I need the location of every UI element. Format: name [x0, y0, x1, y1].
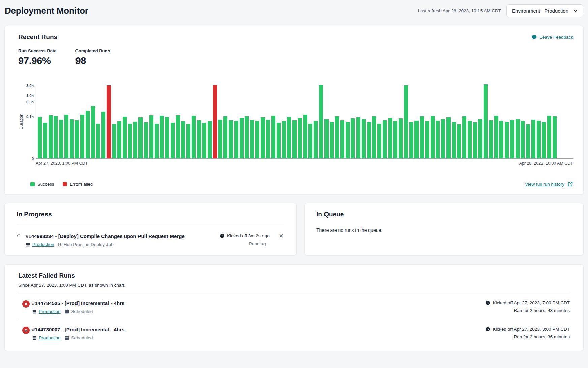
- run-bar-success[interactable]: [531, 120, 535, 158]
- run-bar-success[interactable]: [155, 124, 159, 158]
- run-bar-success[interactable]: [431, 116, 435, 158]
- run-bar-success[interactable]: [49, 115, 53, 158]
- run-bar-success[interactable]: [250, 120, 254, 158]
- run-bar-success[interactable]: [70, 119, 74, 158]
- run-bar-success[interactable]: [128, 124, 132, 158]
- run-bar-success[interactable]: [499, 121, 503, 158]
- run-bar-success[interactable]: [314, 121, 318, 158]
- run-bar-success[interactable]: [436, 121, 440, 158]
- run-bar-success[interactable]: [505, 122, 509, 158]
- run-bar-success[interactable]: [494, 116, 498, 158]
- run-bar-success[interactable]: [393, 121, 397, 158]
- run-bar-success[interactable]: [165, 117, 169, 158]
- run-bar-success[interactable]: [292, 120, 297, 158]
- run-bar-success[interactable]: [186, 124, 190, 158]
- run-bar-success[interactable]: [271, 116, 275, 158]
- run-bar-success[interactable]: [399, 118, 403, 158]
- run-bar-success[interactable]: [324, 119, 329, 158]
- run-bar-success[interactable]: [452, 122, 456, 158]
- run-bar-success[interactable]: [457, 124, 461, 158]
- run-bar-success[interactable]: [245, 116, 249, 158]
- run-bar-error[interactable]: [213, 85, 217, 158]
- run-bar-success[interactable]: [160, 116, 164, 158]
- environment-link[interactable]: Production: [32, 309, 61, 314]
- environment-dropdown[interactable]: Environment Production: [506, 4, 583, 17]
- run-bar-success[interactable]: [229, 120, 233, 158]
- run-bar-success[interactable]: [346, 122, 350, 158]
- run-bar-success[interactable]: [420, 116, 424, 158]
- run-bar-success[interactable]: [277, 123, 281, 158]
- run-bar-success[interactable]: [484, 84, 488, 158]
- run-bar-success[interactable]: [510, 120, 514, 158]
- run-bar-success[interactable]: [298, 118, 302, 158]
- run-bar-error[interactable]: [107, 85, 111, 158]
- run-bar-success[interactable]: [223, 116, 227, 158]
- close-icon[interactable]: ✕: [278, 233, 284, 239]
- run-bar-success[interactable]: [404, 85, 408, 158]
- run-bar-success[interactable]: [516, 119, 520, 158]
- run-bar-success[interactable]: [149, 115, 153, 158]
- run-bar-success[interactable]: [478, 119, 482, 158]
- run-bar-success[interactable]: [43, 123, 47, 158]
- run-bar-success[interactable]: [101, 112, 105, 158]
- run-bar-success[interactable]: [75, 120, 79, 158]
- run-bar-success[interactable]: [319, 85, 323, 158]
- run-bar-success[interactable]: [192, 116, 196, 158]
- run-bar-success[interactable]: [473, 122, 477, 158]
- run-bar-success[interactable]: [80, 115, 84, 158]
- run-bar-success[interactable]: [208, 121, 212, 158]
- run-bar-success[interactable]: [266, 120, 270, 158]
- run-bar-success[interactable]: [261, 117, 265, 158]
- run-bar-success[interactable]: [218, 120, 222, 158]
- run-bar-success[interactable]: [282, 121, 286, 158]
- run-bar-success[interactable]: [64, 115, 68, 158]
- run-bar-success[interactable]: [176, 115, 180, 158]
- run-bar-success[interactable]: [138, 117, 143, 158]
- run-bar-success[interactable]: [171, 123, 175, 158]
- run-bar-success[interactable]: [86, 111, 90, 158]
- view-full-run-history-link[interactable]: View full run history: [525, 181, 573, 187]
- run-bar-success[interactable]: [112, 124, 116, 158]
- run-bar-success[interactable]: [144, 122, 148, 158]
- run-bar-success[interactable]: [303, 115, 307, 158]
- run-bar-success[interactable]: [340, 120, 344, 158]
- run-bar-success[interactable]: [521, 121, 525, 158]
- run-bar-success[interactable]: [240, 118, 244, 158]
- run-bar-success[interactable]: [383, 120, 387, 158]
- run-bar-success[interactable]: [202, 123, 206, 158]
- run-bar-success[interactable]: [356, 117, 360, 158]
- run-bar-success[interactable]: [462, 116, 466, 158]
- run-bar-success[interactable]: [330, 122, 334, 158]
- environment-link[interactable]: Production: [32, 335, 61, 340]
- run-bar-success[interactable]: [181, 121, 185, 158]
- run-bar-success[interactable]: [91, 106, 95, 158]
- run-bar-success[interactable]: [197, 120, 201, 158]
- run-bar-success[interactable]: [367, 122, 371, 158]
- run-bar-success[interactable]: [441, 119, 445, 158]
- run-bar-success[interactable]: [446, 117, 451, 158]
- run-bar-success[interactable]: [287, 117, 291, 158]
- run-bar-success[interactable]: [54, 116, 58, 158]
- run-bar-success[interactable]: [388, 118, 392, 158]
- run-bar-success[interactable]: [123, 117, 127, 158]
- run-bar-success[interactable]: [335, 116, 339, 158]
- run-bar-success[interactable]: [425, 121, 429, 158]
- leave-feedback-link[interactable]: Leave Feedback: [531, 34, 573, 40]
- run-bar-success[interactable]: [526, 124, 530, 158]
- run-bar-success[interactable]: [489, 120, 493, 158]
- run-bar-success[interactable]: [537, 121, 541, 158]
- run-bar-success[interactable]: [133, 122, 137, 158]
- run-bar-success[interactable]: [351, 118, 355, 158]
- run-bar-success[interactable]: [234, 121, 238, 158]
- run-bar-success[interactable]: [38, 117, 42, 158]
- run-bar-success[interactable]: [547, 116, 551, 158]
- run-bar-success[interactable]: [468, 121, 472, 158]
- run-bar-success[interactable]: [117, 121, 121, 158]
- environment-link[interactable]: Production: [26, 242, 54, 247]
- run-bar-success[interactable]: [96, 124, 100, 158]
- run-bar-success[interactable]: [542, 122, 546, 158]
- run-bar-success[interactable]: [409, 122, 413, 158]
- run-bar-success[interactable]: [377, 124, 381, 158]
- run-bar-success[interactable]: [372, 116, 376, 158]
- run-bar-success[interactable]: [255, 121, 259, 158]
